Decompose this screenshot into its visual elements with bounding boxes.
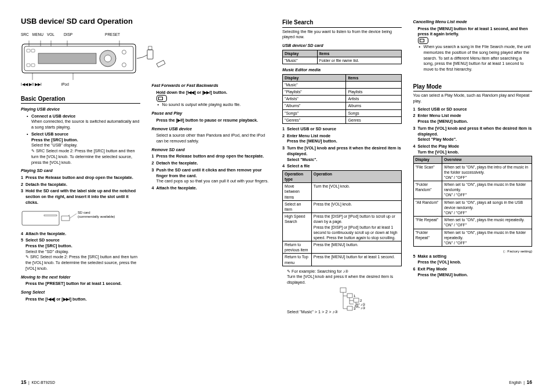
select-usb-source: Select USB source Press the [SRC] button… [26, 131, 140, 165]
label-ipod: iPod [61, 82, 69, 87]
fs-med-heading: Music Editor media [282, 67, 402, 73]
fs-s1: Select USB or SD source [287, 126, 402, 132]
svg-rect-21 [44, 215, 57, 216]
sd-step-3: Hold the SD card with the label side up … [26, 188, 140, 205]
pm-s4: Select the Play Mode Turn the [VOL] knob… [418, 144, 533, 155]
svg-rect-25 [340, 288, 346, 292]
fastforward-heading: Fast Forwards or Fast Backwards [152, 83, 271, 89]
svg-text:SD card: SD card [78, 211, 90, 214]
pm-s1: Select USB or SD source [418, 107, 533, 112]
factory-note: ( : Factory setting) [413, 249, 533, 254]
next-folder-heading: Moving to the next folder [21, 274, 140, 280]
fs-table-med: DisplayItems"Music" "Playlists"Playlists… [282, 74, 402, 124]
manual-spread: USB device/ SD card Operation SRC MENU V… [0, 0, 553, 392]
device-diagram: SRC MENU VOL DISP PRESET [21, 32, 140, 90]
sd-step-5: Select SD source Press the [SRC] button.… [26, 237, 140, 271]
svg-rect-42 [347, 306, 352, 310]
svg-line-22 [70, 214, 77, 218]
sd-step-4: Attach the faceplate. [26, 231, 140, 237]
svg-point-5 [122, 50, 126, 54]
svg-text:(commercially available): (commercially available) [78, 215, 115, 218]
play-usb-heading: Playing USB device [21, 107, 140, 112]
note-icon: ✎ [26, 255, 29, 259]
column-4: Cancelling Menu List mode Press the [MEN… [413, 16, 533, 384]
pause-heading: Pause and Play [152, 111, 271, 116]
column-1: USB device/ SD card Operation SRC MENU V… [21, 16, 140, 384]
basic-heading: Basic Operation [21, 95, 140, 104]
song-select-text: Press the [I◀◀] or [▶▶I] button. [26, 296, 140, 302]
svg-rect-20 [22, 211, 59, 225]
footer-left: 15 | KDC-BT92SD [21, 379, 55, 385]
label-preset: PRESET [105, 32, 120, 38]
svg-rect-9 [27, 64, 30, 67]
cancel-note: When you search a song in the File Searc… [418, 44, 533, 72]
svg-rect-32 [354, 298, 359, 302]
remove-usb-text: Select a source other than Pandora and i… [157, 133, 271, 144]
page-title: USB device/ SD card Operation [21, 16, 140, 27]
svg-rect-2 [38, 53, 96, 64]
label-disp: DISP [64, 32, 72, 38]
fs-s4: Select a file [287, 163, 402, 169]
svg-point-4 [104, 55, 111, 62]
remove-usb-heading: Remove USB device [152, 126, 271, 132]
fs-table-usb: DisplayItems"Music"Folder or file name l… [282, 50, 402, 64]
fs-s2: Enter Menu List mode Press the [MENU] bu… [287, 133, 402, 144]
svg-rect-8 [31, 49, 35, 52]
pm-s5: Make a setting Press the [VOL] knob. [418, 254, 533, 265]
play-sd-heading: Playing SD card [21, 168, 140, 174]
hierarchy-tree-icon: 1 2 ♪② ♪③ ♪① 3 [339, 287, 391, 313]
footer-right: English | 16 [509, 379, 532, 385]
sd-step-1: Press the Release button and drop open t… [26, 175, 140, 181]
remote-icon [418, 37, 428, 44]
faceplate-illustration [21, 41, 166, 82]
ff-note: No sound is output while playing audio f… [157, 102, 271, 108]
svg-rect-12 [148, 46, 152, 50]
remote-icon [157, 95, 167, 102]
label-transport: I◀◀ ▶II ▶▶I [21, 82, 42, 87]
playmode-table: DisplayOverview"File Scan"When set to "O… [413, 156, 533, 247]
playmode-intro: You can select a Play Mode, such as Rand… [413, 93, 533, 104]
svg-rect-28 [347, 294, 352, 298]
svg-rect-7 [27, 49, 30, 52]
svg-point-6 [122, 63, 126, 67]
fs-table-ops: Operation typeOperationMove between item… [282, 170, 402, 266]
playmode-heading: Play Mode [413, 83, 533, 92]
file-search-intro: Selecting the file you want to listen to… [282, 29, 402, 40]
svg-text:♪③: ♪③ [361, 306, 365, 310]
fs-s3: Turn the [VOL] knob and press it when th… [287, 145, 402, 162]
note-icon: ✎ [287, 269, 290, 273]
sd-step-2: Detach the faceplate. [26, 182, 140, 188]
pm-s2: Enter Menu List mode Press the [MENU] bu… [418, 113, 533, 124]
svg-rect-10 [31, 64, 35, 67]
rsd-2: Detach the faceplate. [157, 160, 271, 166]
fs-usb-heading: USB device/ SD card [282, 43, 402, 49]
file-search-heading: File Search [282, 19, 402, 28]
diagram-top-labels: SRC MENU VOL DISP PRESET [21, 32, 154, 38]
rsd-4: Attach the faceplate. [157, 185, 271, 191]
connect-usb: Connect a USB device When connected, the… [26, 113, 140, 130]
next-folder-text: Press the [PRESET] button for at least 1… [26, 281, 140, 287]
remove-sd-heading: Remove SD card [152, 147, 271, 153]
sd-card-diagram: SD card (commercially available) [21, 207, 140, 230]
label-vol: VOL [47, 32, 54, 38]
label-menu: MENU [32, 32, 43, 38]
cancel-text: Press the [MENU] button for at least 1 s… [418, 26, 533, 37]
column-2: Fast Forwards or Fast Backwards Hold dow… [152, 16, 271, 384]
pm-s3: Turn the [VOL] knob and press it when th… [418, 126, 533, 142]
diagram-bottom-labels: I◀◀ ▶II ▶▶I iPod [21, 82, 154, 87]
pause-text: Press the [▶II] button to pause or resum… [157, 118, 271, 123]
svg-text:1: 1 [354, 294, 356, 298]
column-3: File Search Selecting the file you want … [282, 16, 402, 384]
svg-text:2: 2 [360, 299, 362, 302]
svg-rect-11 [147, 50, 153, 59]
label-src: SRC [21, 32, 29, 38]
rsd-3: Push the SD card until it clicks and the… [157, 167, 271, 184]
cancel-heading: Cancelling Menu List mode [413, 19, 533, 25]
fs-example: ✎ For example: Searching for ♪② Turn the… [287, 269, 402, 315]
ff-text: Hold down the [I◀◀] or [▶▶I] button. [157, 90, 271, 96]
rsd-1: Press the Release button and drop open t… [157, 153, 271, 159]
pm-s6: Exit Play Mode Press the [MENU] button. [418, 266, 533, 277]
song-select-heading: Song Select [21, 290, 140, 295]
note-icon: ✎ [31, 149, 35, 153]
